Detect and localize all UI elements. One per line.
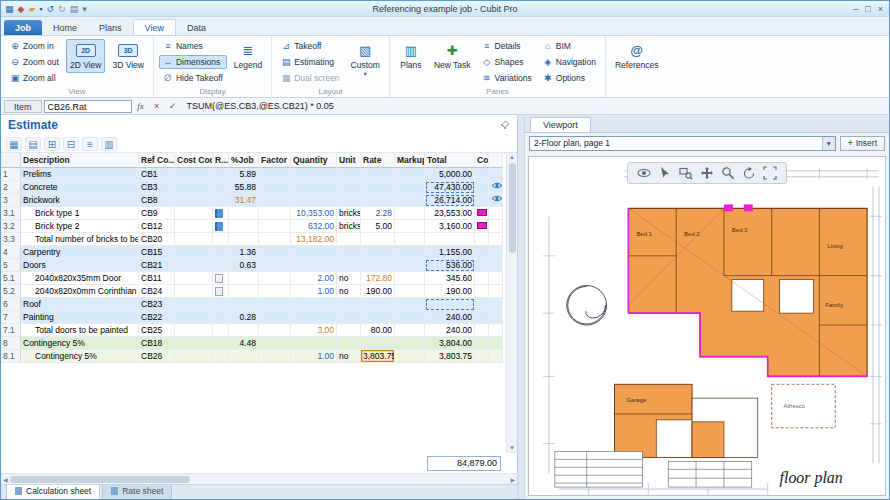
cell-total[interactable]: 240.00 <box>425 324 475 337</box>
cell-cost-code[interactable] <box>175 207 213 220</box>
cell-markup[interactable] <box>395 181 425 194</box>
cell-total[interactable]: 3,804.00 <box>425 337 475 350</box>
cell-description[interactable]: Contingency 5% <box>21 337 139 350</box>
legend-button[interactable]: ≣Legend <box>230 39 266 73</box>
cell-resource[interactable] <box>213 246 229 259</box>
cell-resource[interactable] <box>213 324 229 337</box>
column-header[interactable]: Cost Cod... <box>175 153 213 168</box>
cell-quantity[interactable] <box>291 194 337 207</box>
cell-cost-code[interactable] <box>175 181 213 194</box>
cell-total[interactable]: 26,714.00 <box>425 194 475 207</box>
cell-visibility[interactable] <box>489 311 503 324</box>
cell-ref-code[interactable]: CB9 <box>139 207 175 220</box>
cell-row-number[interactable]: 3.2 <box>1 220 21 233</box>
cell-ref-code[interactable]: CB25 <box>139 324 175 337</box>
column-header[interactable]: Unit <box>337 153 361 168</box>
cell-rate[interactable]: 80.00 <box>361 324 395 337</box>
cell-resource[interactable] <box>213 168 229 181</box>
tab-plans[interactable]: Plans <box>88 20 133 35</box>
cell-resource[interactable] <box>213 337 229 350</box>
cell-unit[interactable]: no <box>337 350 361 363</box>
cell-quantity[interactable] <box>291 259 337 272</box>
cell-cost-code[interactable] <box>175 168 213 181</box>
cell-ref-code[interactable]: CB24 <box>139 285 175 298</box>
variations-button[interactable]: ≋Variations <box>478 71 536 85</box>
cell-resource[interactable] <box>213 207 229 220</box>
scroll-right-icon[interactable]: ▶ <box>510 476 515 483</box>
cell-ref-code[interactable]: CB12 <box>139 220 175 233</box>
cell-factor[interactable] <box>259 259 291 272</box>
cell-markup[interactable] <box>395 233 425 246</box>
cell-colour[interactable] <box>475 207 489 220</box>
maximize-button[interactable]: □ <box>865 4 870 14</box>
cell-quantity[interactable]: 632.00 <box>291 220 337 233</box>
cell-quantity[interactable] <box>291 311 337 324</box>
zoom-icon[interactable] <box>721 166 735 180</box>
cell-pjob[interactable]: 0.63 <box>229 259 259 272</box>
cell-rate[interactable] <box>361 194 395 207</box>
table-row[interactable]: 4CarpentryCB151.361,155.00 <box>1 246 506 259</box>
cell-pjob[interactable] <box>229 272 259 285</box>
cell-row-number[interactable]: 6 <box>1 298 21 311</box>
cell-resource[interactable] <box>213 311 229 324</box>
cell-ref-code[interactable]: CB11 <box>139 272 175 285</box>
column-header[interactable]: Total <box>425 153 475 168</box>
estimating-button[interactable]: ▤Estimating <box>277 55 343 69</box>
cell-resource[interactable] <box>213 350 229 363</box>
cell-cost-code[interactable] <box>175 272 213 285</box>
colour-swatch[interactable] <box>477 222 487 229</box>
panel-splitter[interactable] <box>518 115 525 499</box>
cell-visibility[interactable] <box>489 324 503 337</box>
cell-row-number[interactable]: 3.1 <box>1 207 21 220</box>
cell-pjob[interactable]: 31.47 <box>229 194 259 207</box>
cell-pjob[interactable] <box>229 285 259 298</box>
item-input[interactable]: CB26.Rat <box>44 100 132 113</box>
cell-row-number[interactable]: 8 <box>1 337 21 350</box>
takeoff-button[interactable]: ⊿Takeoff <box>277 39 343 53</box>
cell-resource[interactable] <box>213 298 229 311</box>
cell-unit[interactable]: no <box>337 285 361 298</box>
cell-visibility[interactable] <box>489 168 503 181</box>
cell-visibility[interactable] <box>489 298 503 311</box>
cell-rate[interactable] <box>361 298 395 311</box>
cell-total[interactable]: 23,553.00 <box>425 207 475 220</box>
cell-resource[interactable] <box>213 220 229 233</box>
cell-total[interactable]: 3,803.75 <box>425 350 475 363</box>
cell-cost-code[interactable] <box>175 324 213 337</box>
cell-markup[interactable] <box>395 220 425 233</box>
cell-ref-code[interactable]: CB3 <box>139 181 175 194</box>
cell-visibility[interactable] <box>489 194 503 207</box>
shapes-button[interactable]: ◇Shapes <box>478 55 536 69</box>
table-row[interactable]: 5.22040x820x0mm Corinthian 2040x820CB241… <box>1 285 506 298</box>
app-icon[interactable]: ▦ <box>5 2 14 16</box>
cell-factor[interactable] <box>259 181 291 194</box>
columns-icon[interactable]: ▥ <box>101 137 117 151</box>
plan-page-select[interactable]: 2-Floor plan, page 1 ▼ <box>529 136 836 151</box>
table-row[interactable]: 8Contingency 5%CB184.483,804.00 <box>1 337 506 350</box>
cell-pjob[interactable] <box>229 207 259 220</box>
minimize-button[interactable]: – <box>853 4 858 14</box>
pan-icon[interactable] <box>700 166 714 180</box>
cell-resource[interactable] <box>213 194 229 207</box>
cell-rate[interactable] <box>361 246 395 259</box>
bim-button[interactable]: ⌂BIM <box>539 39 600 53</box>
cell-colour[interactable] <box>475 298 489 311</box>
cell-row-number[interactable]: 3 <box>1 194 21 207</box>
cell-factor[interactable] <box>259 298 291 311</box>
cell-description[interactable]: Prelims <box>21 168 139 181</box>
cell-factor[interactable] <box>259 337 291 350</box>
fit-screen-icon[interactable] <box>763 166 777 180</box>
cell-resource[interactable] <box>213 181 229 194</box>
view-3d-button[interactable]: 3D3D View <box>108 39 148 73</box>
cell-quantity[interactable]: 13,182.00 <box>291 233 337 246</box>
cell-ref-code[interactable]: CB23 <box>139 298 175 311</box>
navigation-button[interactable]: ◈Navigation <box>539 55 600 69</box>
qat-menu-icon[interactable]: ▾ <box>82 2 87 16</box>
fx-button[interactable]: fx <box>134 100 148 113</box>
cell-colour[interactable] <box>475 337 489 350</box>
cell-unit[interactable] <box>337 337 361 350</box>
cell-markup[interactable] <box>395 311 425 324</box>
column-header[interactable]: Description <box>21 153 139 168</box>
cell-total[interactable]: 3,160.00 <box>425 220 475 233</box>
cell-description[interactable]: Brick type 1 <box>21 207 139 220</box>
